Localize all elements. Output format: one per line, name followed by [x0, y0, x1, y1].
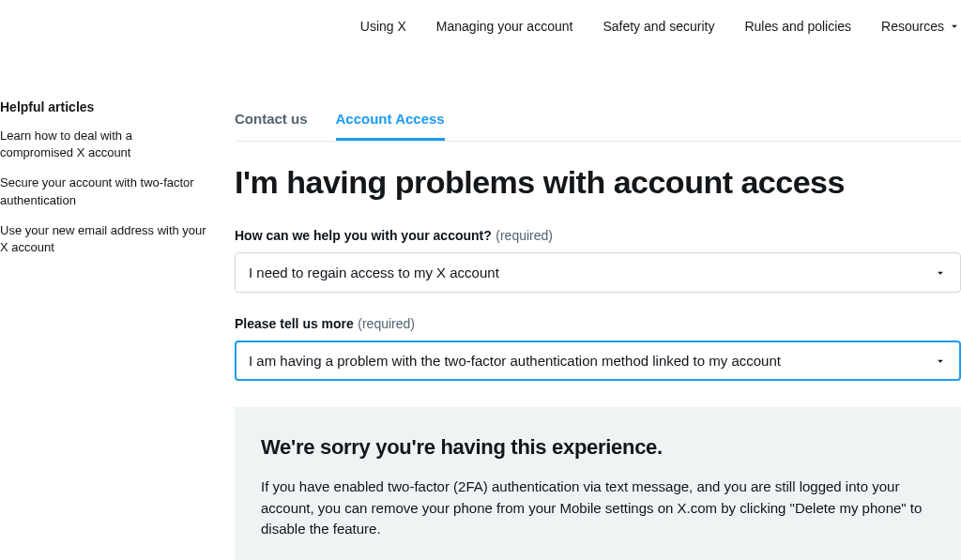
info-paragraph: Please fill out the form below and a mem…	[261, 557, 935, 561]
tab-account-access[interactable]: Account Access	[336, 99, 445, 141]
sidebar-title: Helpful articles	[0, 99, 206, 114]
nav-link-label: Rules and policies	[744, 19, 851, 34]
select-value: I am having a problem with the two-facto…	[249, 353, 781, 369]
page-container: Helpful articles Learn how to deal with …	[0, 53, 961, 560]
sidebar-link-2fa[interactable]: Secure your account with two-factor auth…	[0, 174, 206, 208]
nav-managing-account[interactable]: Managing your account	[436, 19, 573, 34]
sidebar-link-email[interactable]: Use your new email address with your X a…	[0, 222, 206, 256]
sidebar: Helpful articles Learn how to deal with …	[0, 99, 225, 560]
main-content: Contact us Account Access I'm having pro…	[225, 99, 961, 560]
select-more[interactable]: I am having a problem with the two-facto…	[235, 341, 961, 381]
select-value: I need to regain access to my X account	[249, 265, 499, 280]
nav-link-label: Using X	[360, 19, 406, 34]
form-required: (required)	[358, 316, 415, 331]
form-label-wrap: Please tell us more (required)	[235, 315, 961, 341]
select-more-wrap: I am having a problem with the two-facto…	[235, 341, 961, 381]
info-paragraph: If you have enabled two-factor (2FA) aut…	[261, 477, 935, 540]
select-help[interactable]: I need to regain access to my X account	[235, 252, 961, 293]
form-label: Please tell us more	[235, 316, 354, 331]
nav-using-x[interactable]: Using X	[360, 19, 406, 34]
nav-link-label: Safety and security	[603, 19, 714, 34]
info-box: We're sorry you're having this experienc…	[235, 407, 961, 560]
form-label: How can we help you with your account?	[235, 228, 492, 243]
nav-link-label: Managing your account	[436, 19, 573, 34]
sidebar-link-compromised[interactable]: Learn how to deal with a compromised X a…	[0, 128, 206, 161]
nav-rules-policies[interactable]: Rules and policies	[744, 19, 851, 34]
chevron-down-icon	[948, 20, 961, 33]
select-help-wrap: I need to regain access to my X account	[235, 252, 961, 293]
page-title: I'm having problems with account access	[235, 164, 961, 201]
top-nav: Using X Managing your account Safety and…	[0, 0, 961, 53]
info-title: We're sorry you're having this experienc…	[261, 435, 935, 460]
form-group-help: How can we help you with your account? (…	[235, 227, 961, 293]
nav-resources[interactable]: Resources	[881, 19, 961, 34]
nav-link-label: Resources	[881, 19, 944, 34]
tab-contact-us[interactable]: Contact us	[235, 99, 308, 141]
chevron-down-icon	[934, 355, 947, 368]
tabs: Contact us Account Access	[235, 99, 961, 142]
form-required: (required)	[496, 228, 553, 243]
form-label-wrap: How can we help you with your account? (…	[235, 227, 961, 252]
nav-safety-security[interactable]: Safety and security	[603, 19, 714, 34]
form-group-more: Please tell us more (required) I am havi…	[235, 315, 961, 381]
chevron-down-icon	[934, 266, 947, 280]
